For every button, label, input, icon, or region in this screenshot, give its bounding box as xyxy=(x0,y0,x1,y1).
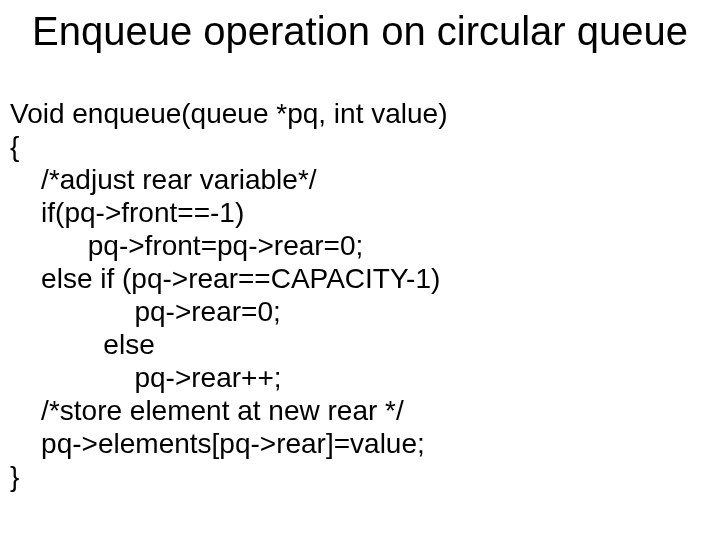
code-line: if(pq->front==-1) xyxy=(10,197,244,228)
code-line: pq->front=pq->rear=0; xyxy=(10,230,363,261)
code-line: pq->rear=0; xyxy=(10,296,281,327)
slide-title: Enqueue operation on circular queue xyxy=(0,0,720,54)
code-line: pq->rear++; xyxy=(10,362,282,393)
code-line: { xyxy=(10,131,19,162)
code-line: /*store element at new rear */ xyxy=(10,395,404,426)
code-line: else if (pq->rear==CAPACITY-1) xyxy=(10,263,440,294)
code-line: else xyxy=(10,329,155,360)
code-line: Void enqueue(queue *pq, int value) xyxy=(10,98,447,129)
code-line: /*adjust rear variable*/ xyxy=(10,164,317,195)
code-block: Void enqueue(queue *pq, int value) { /*a… xyxy=(0,54,720,493)
slide: Enqueue operation on circular queue Void… xyxy=(0,0,720,540)
code-line: } xyxy=(10,461,19,492)
code-line: pq->elements[pq->rear]=value; xyxy=(10,428,425,459)
